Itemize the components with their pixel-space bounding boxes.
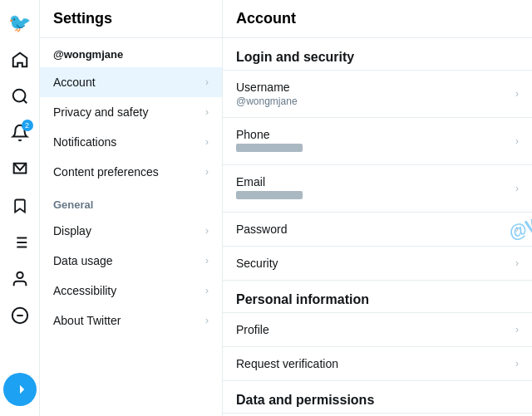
menu-item-notifications[interactable]: Notifications ›: [40, 127, 222, 157]
profile-icon[interactable]: [3, 262, 37, 296]
account-content: Account Login and security Username @won…: [223, 0, 532, 416]
chevron-icon: ›: [205, 136, 209, 148]
menu-item-data-usage[interactable]: Data usage ›: [40, 246, 222, 276]
home-icon[interactable]: [3, 43, 37, 76]
row-verification[interactable]: Request verification ›: [223, 347, 532, 381]
menu-item-content[interactable]: Content preferences ›: [40, 157, 222, 187]
svg-point-0: [12, 90, 25, 102]
section-general: General: [40, 187, 222, 216]
row-phone[interactable]: Phone ›: [223, 118, 532, 165]
menu-item-about[interactable]: About Twitter ›: [40, 306, 222, 335]
menu-item-label: Data usage: [53, 254, 113, 267]
bookmarks-icon[interactable]: [3, 189, 37, 223]
menu-item-accessibility[interactable]: Accessibility ›: [40, 276, 222, 306]
lists-icon[interactable]: [3, 226, 37, 259]
chevron-icon: ›: [205, 106, 209, 118]
twitter-logo-icon[interactable]: 🐦: [3, 7, 37, 40]
sidebar-nav: 🐦 2: [0, 0, 40, 416]
chevron-icon: ›: [515, 88, 519, 100]
messages-icon[interactable]: [3, 153, 37, 186]
row-profile[interactable]: Profile ›: [223, 313, 532, 347]
row-label: Request verification: [236, 357, 338, 370]
row-label: Profile: [236, 323, 269, 336]
menu-item-privacy[interactable]: Privacy and safety ›: [40, 97, 222, 127]
svg-line-1: [23, 100, 27, 103]
chevron-icon: ›: [515, 257, 519, 269]
svg-point-8: [17, 272, 22, 278]
settings-panel: Settings @wongmjane Account › Privacy an…: [40, 0, 223, 416]
chevron-icon: ›: [205, 76, 209, 88]
explore-icon[interactable]: [3, 80, 37, 113]
row-label: Security: [236, 257, 278, 270]
menu-item-label: Privacy and safety: [53, 105, 148, 119]
row-security[interactable]: Security ›: [223, 247, 532, 281]
menu-item-label: Account: [53, 76, 96, 89]
row-email[interactable]: Email ›: [223, 165, 532, 213]
chevron-icon: ›: [205, 315, 209, 326]
chevron-icon: ›: [515, 358, 519, 370]
chevron-icon: ›: [515, 223, 519, 235]
chevron-icon: ›: [515, 135, 519, 147]
settings-username: @wongmjane: [40, 38, 222, 67]
chevron-icon: ›: [205, 255, 209, 267]
menu-item-label: Content preferences: [53, 165, 159, 179]
notifications-icon[interactable]: 2: [3, 116, 37, 149]
menu-item-account[interactable]: Account ›: [40, 67, 222, 97]
section-personal-info: Personal information: [223, 281, 532, 313]
row-label: Username: [236, 81, 298, 94]
row-password[interactable]: Password ›: [223, 213, 532, 247]
more-icon[interactable]: [3, 299, 37, 332]
settings-title: Settings: [40, 0, 222, 38]
menu-item-label: Accessibility: [53, 284, 116, 297]
chevron-icon: ›: [205, 225, 209, 237]
row-value-blurred: [236, 144, 303, 152]
row-label: Password: [236, 223, 287, 236]
menu-item-display[interactable]: Display ›: [40, 216, 222, 246]
menu-item-label: About Twitter: [53, 314, 121, 327]
chevron-icon: ›: [205, 166, 209, 178]
row-value-blurred: [236, 191, 303, 199]
row-label: Email: [236, 175, 303, 188]
compose-button[interactable]: [3, 373, 37, 406]
row-value: @wongmjane: [236, 95, 298, 107]
chevron-icon: ›: [515, 183, 519, 194]
chevron-icon: ›: [515, 324, 519, 335]
chevron-icon: ›: [205, 285, 209, 296]
section-login-security: Login and security: [223, 38, 532, 71]
menu-item-label: Notifications: [53, 135, 116, 149]
menu-item-label: Display: [53, 224, 91, 237]
account-header: Account: [223, 0, 532, 38]
section-data-permissions: Data and permissions: [223, 381, 532, 414]
row-label: Phone: [236, 128, 303, 141]
row-username[interactable]: Username @wongmjane ›: [223, 71, 532, 118]
notification-badge: 2: [22, 120, 33, 131]
